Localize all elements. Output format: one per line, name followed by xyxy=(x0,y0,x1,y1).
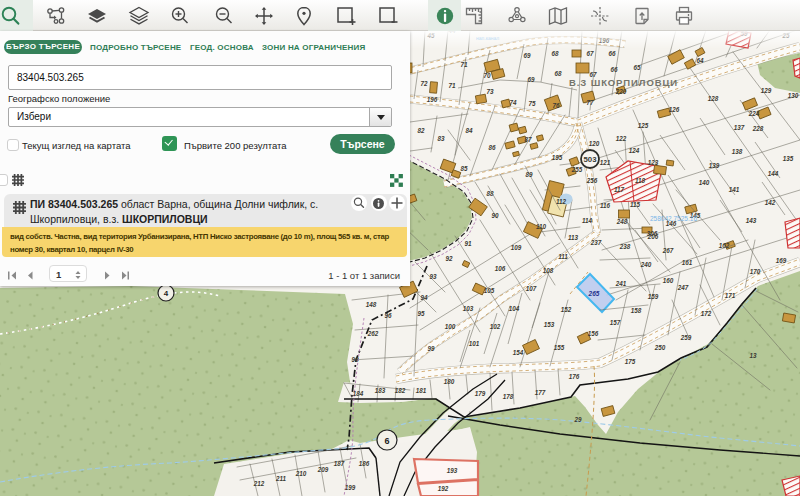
svg-text:103: 103 xyxy=(463,305,474,312)
svg-text:178: 178 xyxy=(503,393,514,400)
svg-text:192: 192 xyxy=(438,485,449,492)
svg-text:77: 77 xyxy=(586,99,594,106)
svg-text:105: 105 xyxy=(484,287,495,294)
svg-text:121: 121 xyxy=(600,159,611,166)
svg-text:99: 99 xyxy=(427,345,435,352)
svg-text:109: 109 xyxy=(511,244,522,251)
svg-text:237: 237 xyxy=(590,239,602,246)
svg-text:69: 69 xyxy=(527,76,535,83)
svg-text:181: 181 xyxy=(416,387,427,394)
svg-text:503: 503 xyxy=(583,155,597,164)
svg-text:116: 116 xyxy=(600,202,611,209)
svg-text:148: 148 xyxy=(366,301,377,308)
svg-text:158: 158 xyxy=(631,307,642,314)
svg-text:120: 120 xyxy=(589,140,600,147)
svg-text:84: 84 xyxy=(465,127,473,134)
svg-text:186: 186 xyxy=(359,460,370,467)
svg-text:210: 210 xyxy=(295,470,307,477)
svg-text:265: 265 xyxy=(588,290,600,297)
svg-text:172: 172 xyxy=(701,310,712,317)
svg-text:193: 193 xyxy=(447,467,458,474)
svg-text:209: 209 xyxy=(317,466,329,473)
svg-text:100: 100 xyxy=(445,323,456,330)
svg-text:83: 83 xyxy=(437,135,445,142)
svg-text:128: 128 xyxy=(708,95,719,102)
svg-text:106: 106 xyxy=(495,265,506,272)
svg-text:184: 184 xyxy=(353,390,364,397)
svg-text:90: 90 xyxy=(491,212,499,219)
svg-text:66: 66 xyxy=(608,50,616,57)
svg-text:137: 137 xyxy=(734,124,745,131)
svg-text:138: 138 xyxy=(732,148,743,155)
svg-text:306: 306 xyxy=(647,230,658,237)
svg-text:115: 115 xyxy=(630,201,641,208)
svg-text:180: 180 xyxy=(444,378,455,385)
svg-text:86: 86 xyxy=(488,144,496,151)
svg-text:160: 160 xyxy=(663,277,674,284)
svg-text:169: 169 xyxy=(776,257,787,264)
svg-text:13: 13 xyxy=(749,352,757,359)
svg-text:95: 95 xyxy=(417,310,425,317)
svg-text:179: 179 xyxy=(475,390,486,397)
svg-text:142: 142 xyxy=(765,199,776,206)
svg-text:135: 135 xyxy=(783,155,794,162)
svg-text:92: 92 xyxy=(445,255,453,262)
svg-text:104: 104 xyxy=(509,305,520,312)
svg-text:93: 93 xyxy=(429,273,437,280)
svg-text:122: 122 xyxy=(616,135,627,142)
svg-text:183: 183 xyxy=(375,387,386,394)
svg-text:124: 124 xyxy=(629,147,640,154)
svg-text:71: 71 xyxy=(448,82,456,89)
svg-text:170: 170 xyxy=(750,268,761,275)
svg-text:155: 155 xyxy=(554,344,565,351)
svg-text:199: 199 xyxy=(345,484,356,491)
svg-text:143: 143 xyxy=(746,217,757,224)
svg-text:69: 69 xyxy=(523,52,531,59)
svg-text:240: 240 xyxy=(640,261,652,268)
svg-text:101: 101 xyxy=(469,340,480,347)
svg-text:256: 256 xyxy=(586,177,598,184)
svg-text:6: 6 xyxy=(384,436,389,446)
svg-text:29: 29 xyxy=(573,416,582,423)
svg-text:238: 238 xyxy=(619,243,631,250)
svg-text:72: 72 xyxy=(420,80,428,87)
svg-text:91: 91 xyxy=(464,240,472,247)
svg-text:70: 70 xyxy=(483,72,491,79)
svg-text:66: 66 xyxy=(610,66,618,73)
svg-text:102: 102 xyxy=(490,323,501,330)
svg-text:176: 176 xyxy=(569,373,580,380)
svg-text:247: 247 xyxy=(677,284,689,291)
svg-text:152: 152 xyxy=(561,306,572,313)
svg-text:112: 112 xyxy=(556,198,567,205)
svg-text:113: 113 xyxy=(568,234,579,241)
svg-text:4: 4 xyxy=(164,289,169,298)
svg-text:144: 144 xyxy=(768,170,779,177)
svg-text:75: 75 xyxy=(528,100,536,107)
svg-text:108: 108 xyxy=(543,267,554,274)
svg-text:114: 114 xyxy=(582,217,593,224)
svg-text:64: 64 xyxy=(696,57,704,64)
svg-text:140: 140 xyxy=(699,179,710,186)
svg-text:153: 153 xyxy=(544,321,555,328)
svg-text:156: 156 xyxy=(588,330,599,337)
svg-text:126: 126 xyxy=(669,106,680,113)
svg-text:228: 228 xyxy=(752,125,764,132)
svg-text:175: 175 xyxy=(625,358,636,365)
svg-text:68: 68 xyxy=(551,50,559,57)
svg-text:177: 177 xyxy=(535,389,546,396)
svg-text:171: 171 xyxy=(725,292,736,299)
svg-text:250: 250 xyxy=(654,344,666,351)
svg-text:262: 262 xyxy=(367,330,379,337)
svg-text:157: 157 xyxy=(610,319,621,326)
svg-text:89: 89 xyxy=(525,171,533,178)
svg-text:85: 85 xyxy=(460,165,468,172)
svg-text:125: 125 xyxy=(638,122,649,129)
svg-text:76: 76 xyxy=(552,102,560,109)
svg-text:118: 118 xyxy=(635,177,646,184)
svg-text:117: 117 xyxy=(614,186,625,193)
svg-text:220: 220 xyxy=(615,88,627,95)
svg-text:129: 129 xyxy=(761,87,772,94)
svg-text:154: 154 xyxy=(513,349,524,356)
svg-text:267: 267 xyxy=(662,247,674,254)
svg-text:94: 94 xyxy=(420,294,428,301)
